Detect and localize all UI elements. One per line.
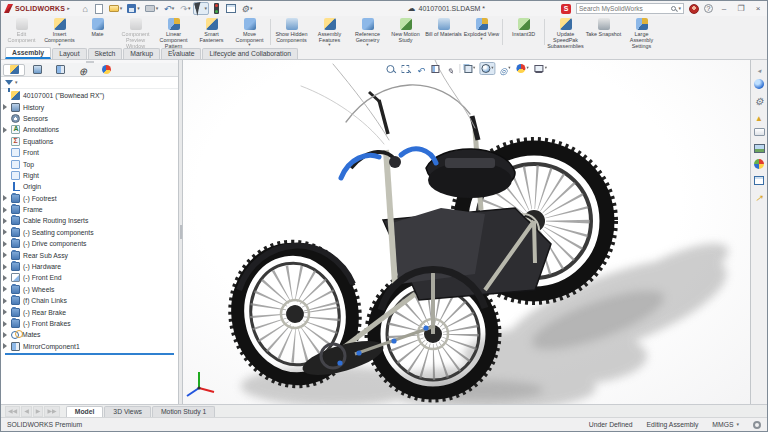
heads-up-button[interactable]: ▾ — [533, 62, 549, 75]
ribbon-button[interactable]: Bill of Materials — [425, 17, 462, 47]
close-button[interactable]: × — [752, 4, 764, 13]
tree-item[interactable]: (-) Front End — [3, 272, 178, 283]
tree-item[interactable]: Origin — [3, 181, 178, 192]
quick-access-button[interactable] — [93, 2, 106, 15]
nav-last-icon[interactable]: ▶▶ — [44, 406, 59, 417]
quick-access-button[interactable]: ▾ — [161, 2, 176, 15]
panel-tab[interactable] — [72, 64, 94, 76]
search-icon[interactable] — [671, 6, 676, 11]
dropdown-arrow-icon[interactable]: ▾ — [172, 49, 174, 54]
expand-arrow-icon[interactable] — [3, 104, 8, 110]
expand-arrow-icon[interactable] — [3, 264, 8, 270]
assembly-3d-model[interactable] — [183, 60, 750, 404]
dropdown-arrow-icon[interactable]: ▾ — [473, 66, 475, 71]
task-pane-button[interactable] — [753, 94, 766, 106]
ribbon-button[interactable]: Assembly Features ▾ — [311, 17, 348, 47]
tag-icon[interactable] — [753, 421, 761, 429]
dropdown-arrow-icon[interactable]: ▾ — [491, 66, 493, 71]
ribbon-button[interactable]: Component Preview Window — [117, 17, 154, 47]
search-dropdown-icon[interactable]: ▾ — [678, 6, 681, 11]
heads-up-button[interactable] — [414, 62, 427, 75]
minimize-button[interactable]: – — [718, 4, 730, 13]
tree-item[interactable]: (-) Rear Brake — [3, 306, 178, 317]
tree-filter-row[interactable]: ▾ — [1, 77, 178, 89]
tree-item[interactable]: (-) Footrest — [3, 193, 178, 204]
expand-arrow-icon[interactable] — [3, 207, 8, 213]
panel-tab[interactable] — [95, 64, 117, 76]
tree-item[interactable]: Frame — [3, 204, 178, 215]
ribbon-button[interactable]: Take Snapshot — [585, 17, 622, 47]
tree-item[interactable]: (-) Seating components — [3, 227, 178, 238]
expand-arrow-icon[interactable] — [3, 229, 8, 235]
task-pane-button[interactable] — [753, 158, 766, 170]
tree-item[interactable]: (f) Chain Links — [3, 295, 178, 306]
expand-arrow-icon[interactable] — [3, 286, 8, 292]
quick-access-button[interactable]: ▾ — [125, 2, 142, 15]
command-tab[interactable]: Evaluate — [161, 48, 201, 59]
ribbon-button[interactable]: Large Assembly Settings — [623, 17, 660, 47]
tree-item[interactable]: Right — [3, 170, 178, 181]
command-tab[interactable]: Lifecycle and Collaboration — [202, 48, 298, 59]
quick-access-button[interactable] — [210, 2, 223, 15]
tree-item[interactable]: Annotations — [3, 124, 178, 135]
tree-item[interactable]: Sensors — [3, 113, 178, 124]
tree-item[interactable]: (-) Wheels — [3, 284, 178, 295]
quick-access-button[interactable]: ▾ — [107, 2, 125, 15]
dropdown-arrow-icon[interactable]: ▾ — [58, 43, 60, 48]
expand-arrow-icon[interactable] — [3, 195, 8, 201]
tree-item[interactable]: Top — [3, 158, 178, 169]
tree-end-bar[interactable] — [5, 353, 174, 355]
ribbon-button[interactable]: Instant3D — [505, 17, 542, 47]
expand-arrow-icon[interactable] — [3, 252, 8, 258]
heads-up-button[interactable] — [429, 62, 442, 75]
task-pane-button[interactable] — [753, 174, 766, 186]
ribbon-button[interactable]: Insert Components ▾ — [41, 17, 78, 47]
filter-funnel-icon[interactable] — [5, 80, 13, 85]
dropdown-arrow-icon[interactable]: ▾ — [527, 66, 529, 71]
task-pane-button[interactable] — [753, 142, 766, 154]
expand-arrow-icon[interactable] — [3, 321, 8, 327]
expand-arrow-icon[interactable] — [3, 298, 8, 304]
expand-arrow-icon[interactable] — [3, 241, 8, 247]
dropdown-arrow-icon[interactable]: ▾ — [480, 37, 482, 42]
command-tab[interactable]: Layout — [52, 48, 86, 59]
ribbon-button[interactable]: Mate — [79, 17, 116, 47]
ribbon-button[interactable]: Reference Geometry ▾ — [349, 17, 386, 47]
help-icon[interactable]: ? — [704, 4, 713, 13]
model-tab[interactable]: Motion Study 1 — [152, 406, 215, 417]
expand-arrow-icon[interactable] — [3, 218, 8, 224]
nav-first-icon[interactable]: ◀◀ — [5, 406, 20, 417]
ribbon-button[interactable]: Edit Component — [3, 17, 40, 47]
model-tab[interactable]: 3D Views — [104, 406, 151, 417]
command-tab[interactable]: Sketch — [88, 48, 123, 59]
heads-up-button[interactable]: ▾ — [462, 62, 477, 75]
command-tab[interactable]: Assembly — [5, 47, 51, 59]
filter-dropdown-icon[interactable]: ▾ — [15, 80, 18, 85]
ribbon-button[interactable]: Linear Component Pattern ▾ — [155, 17, 192, 47]
ribbon-button[interactable]: Move Component ▾ — [231, 17, 268, 47]
units-selector[interactable]: MMGS ▾ — [712, 421, 739, 428]
ribbon-button[interactable]: Show Hidden Components — [273, 17, 310, 47]
task-pane-button[interactable] — [753, 110, 766, 122]
panel-tab[interactable] — [3, 64, 25, 76]
tree-root-item[interactable]: 40107001 ("Bowhead RX") — [3, 90, 178, 101]
dropdown-arrow-icon[interactable]: ▾ — [545, 66, 547, 71]
tree-item[interactable]: Mates — [3, 329, 178, 340]
panel-tab[interactable] — [49, 64, 71, 76]
search-box[interactable]: ▾ — [576, 3, 684, 14]
logo-flyout-icon[interactable]: ▸ — [67, 6, 70, 11]
search-input[interactable] — [579, 5, 669, 12]
quick-access-button[interactable]: ▾ — [143, 2, 161, 15]
quick-access-button[interactable]: ▾ — [239, 2, 255, 15]
ribbon-button[interactable]: Update SpeedPak Subassemblies — [547, 17, 584, 47]
heads-up-button[interactable]: ▾ — [479, 62, 495, 75]
units-dropdown-icon[interactable]: ▾ — [736, 422, 739, 427]
tree-item[interactable]: Rear Sub Assy — [3, 249, 178, 260]
tree-item[interactable]: Equations — [3, 136, 178, 147]
panel-tab[interactable] — [26, 64, 48, 76]
tree-item[interactable]: MirrorComponent1 — [3, 341, 178, 352]
ribbon-button[interactable]: Exploded View ▾ — [463, 17, 500, 47]
quick-access-button[interactable] — [224, 2, 238, 15]
user-avatar[interactable] — [689, 4, 699, 14]
heads-up-button[interactable]: ▾ — [515, 62, 531, 75]
